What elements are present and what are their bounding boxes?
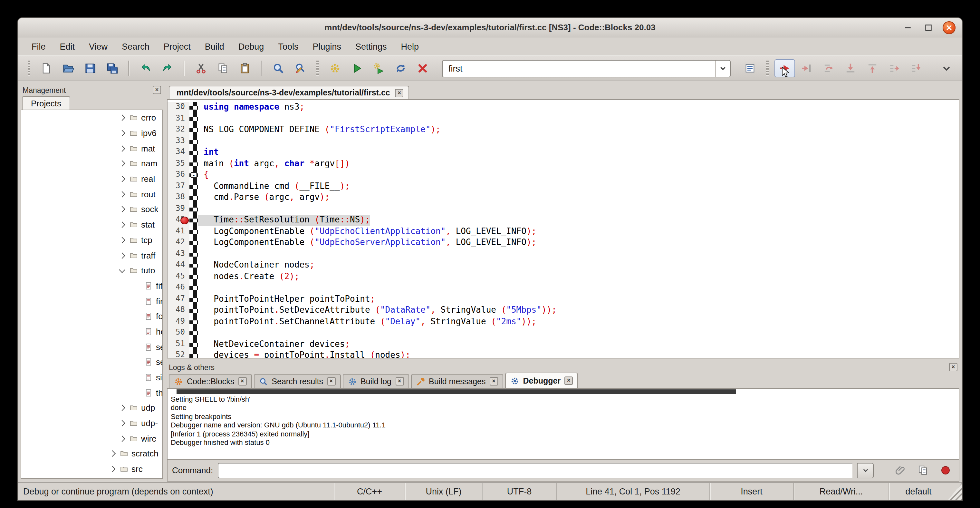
line-number[interactable]: 47 xyxy=(167,294,189,305)
line-number[interactable]: 37 xyxy=(167,181,189,192)
fold-margin[interactable] xyxy=(189,181,198,192)
cut-button[interactable] xyxy=(191,59,212,77)
chevron-right-icon[interactable] xyxy=(119,405,125,411)
tree-item-th[interactable]: th xyxy=(21,385,162,400)
line-number[interactable]: 32 xyxy=(167,124,189,136)
tree-item-ipv6[interactable]: ipv6 xyxy=(21,126,162,140)
project-tree[interactable]: erroipv6matnamrealroutsockstattcptrafftu… xyxy=(21,110,163,479)
line-number[interactable]: 36 xyxy=(167,170,189,181)
fold-margin[interactable] xyxy=(189,102,198,113)
log-link-button[interactable] xyxy=(892,462,909,479)
chevron-right-icon[interactable] xyxy=(119,221,125,228)
management-close-icon[interactable]: × xyxy=(153,86,161,94)
tree-item-nam[interactable]: nam xyxy=(21,156,162,171)
command-input[interactable] xyxy=(218,463,853,478)
tree-item-real[interactable]: real xyxy=(21,172,162,186)
chevron-right-icon[interactable] xyxy=(119,252,125,258)
code-text[interactable]: pointToPoint.SetDeviceAttribute ("DataRa… xyxy=(198,305,557,316)
menu-edit[interactable]: Edit xyxy=(53,39,82,54)
code-text[interactable]: devices = pointToPoint.Install (nodes); xyxy=(198,350,410,358)
debug-continue-button[interactable] xyxy=(775,59,795,77)
fold-margin[interactable]: - xyxy=(189,170,198,181)
log-tab-code-blocks[interactable]: Code::Blocks× xyxy=(169,374,251,388)
fold-margin[interactable] xyxy=(189,282,198,294)
open-button[interactable] xyxy=(58,59,79,77)
chevron-right-icon[interactable] xyxy=(119,145,125,152)
chevron-right-icon[interactable] xyxy=(119,237,125,244)
tree-item-udp[interactable]: udp xyxy=(21,400,162,416)
log-tab-build-log[interactable]: Build log× xyxy=(342,374,409,388)
title-bar[interactable]: mnt/dev/tools/source/ns-3-dev/examples/t… xyxy=(18,18,962,37)
code-text[interactable]: main (int argc, char *argv[]) xyxy=(198,158,350,170)
toolbar-overflow-button[interactable] xyxy=(936,59,957,77)
fold-margin[interactable] xyxy=(189,226,198,237)
log-stop-button[interactable] xyxy=(937,462,954,479)
rebuild-button[interactable] xyxy=(390,59,411,77)
chevron-right-icon[interactable] xyxy=(119,176,125,182)
toolbar-grip[interactable] xyxy=(766,61,768,76)
tree-item-stat[interactable]: stat xyxy=(21,217,162,233)
line-number[interactable]: 43 xyxy=(167,248,189,260)
fold-margin[interactable] xyxy=(189,204,198,215)
toolbar-grip[interactable] xyxy=(28,61,30,76)
run-button[interactable] xyxy=(347,59,367,77)
code-text[interactable]: LogComponentEnable ("UdpEchoServerApplic… xyxy=(198,237,536,248)
run-to-cursor-button[interactable] xyxy=(796,59,817,77)
code-text[interactable]: NS_LOG_COMPONENT_DEFINE ("FirstScriptExa… xyxy=(198,124,441,136)
code-text[interactable]: nodes.Create (2); xyxy=(198,271,299,282)
minimize-button[interactable] xyxy=(901,21,914,34)
log-tab-build-messages[interactable]: Build messages× xyxy=(411,374,503,388)
log-tab-debugger[interactable]: Debugger× xyxy=(505,373,578,388)
chevron-right-icon[interactable] xyxy=(119,206,125,213)
resize-grip-icon[interactable] xyxy=(948,483,962,500)
fold-margin[interactable] xyxy=(189,339,198,350)
line-number[interactable]: 50 xyxy=(167,328,189,339)
fold-margin[interactable] xyxy=(189,113,198,124)
line-number[interactable]: 41 xyxy=(167,226,189,237)
line-number[interactable]: 39 xyxy=(167,204,189,215)
breakpoint-marker[interactable] xyxy=(180,216,188,225)
menu-settings[interactable]: Settings xyxy=(348,39,394,54)
code-text[interactable]: int xyxy=(198,147,219,158)
chevron-right-icon[interactable] xyxy=(119,435,125,442)
tree-item-scratch[interactable]: scratch xyxy=(21,446,162,461)
menu-help[interactable]: Help xyxy=(394,39,426,54)
toolbar-grip[interactable] xyxy=(317,61,319,76)
editor-tab-first-cc[interactable]: mnt/dev/tools/source/ns-3-dev/examples/t… xyxy=(169,86,409,99)
chevron-right-icon[interactable] xyxy=(119,191,125,197)
save-all-button[interactable] xyxy=(102,59,123,77)
fold-margin[interactable] xyxy=(189,124,198,136)
line-number[interactable]: 42 xyxy=(167,237,189,248)
code-text[interactable] xyxy=(198,136,204,147)
menu-tools[interactable]: Tools xyxy=(271,39,305,54)
chevron-right-icon[interactable] xyxy=(119,161,125,167)
menu-file[interactable]: File xyxy=(24,39,53,54)
line-number[interactable]: 31 xyxy=(167,113,189,124)
tree-item-mat[interactable]: mat xyxy=(21,141,162,156)
fold-margin[interactable] xyxy=(189,316,198,328)
step-out-button[interactable] xyxy=(862,59,883,77)
tree-item-se[interactable]: se xyxy=(21,355,162,370)
code-text[interactable] xyxy=(198,248,204,260)
next-line-button[interactable] xyxy=(818,59,839,77)
step-into-button[interactable] xyxy=(840,59,861,77)
tree-item-rout[interactable]: rout xyxy=(21,186,162,202)
code-text[interactable]: NetDeviceContainer devices; xyxy=(198,339,350,350)
replace-button[interactable] xyxy=(290,59,310,77)
fold-marker[interactable]: - xyxy=(191,172,197,178)
line-number[interactable]: 33 xyxy=(167,136,189,147)
chevron-down-icon[interactable] xyxy=(119,267,125,273)
tree-item-tcp[interactable]: tcp xyxy=(21,233,162,248)
logs-close-icon[interactable]: × xyxy=(949,363,958,371)
undo-button[interactable] xyxy=(135,59,156,77)
copy-button[interactable] xyxy=(213,59,233,77)
close-tab-icon[interactable]: × xyxy=(490,377,498,385)
fold-margin[interactable] xyxy=(189,215,198,226)
fold-margin[interactable] xyxy=(189,305,198,316)
fold-margin[interactable] xyxy=(189,271,198,282)
fold-margin[interactable] xyxy=(189,136,198,147)
code-editor[interactable]: 30using namespace ns3;3132NS_LOG_COMPONE… xyxy=(167,99,959,358)
build-and-run-button[interactable] xyxy=(369,59,389,77)
chevron-right-icon[interactable] xyxy=(109,451,116,457)
code-text[interactable]: pointToPoint.SetChannelAttribute ("Delay… xyxy=(198,316,536,328)
